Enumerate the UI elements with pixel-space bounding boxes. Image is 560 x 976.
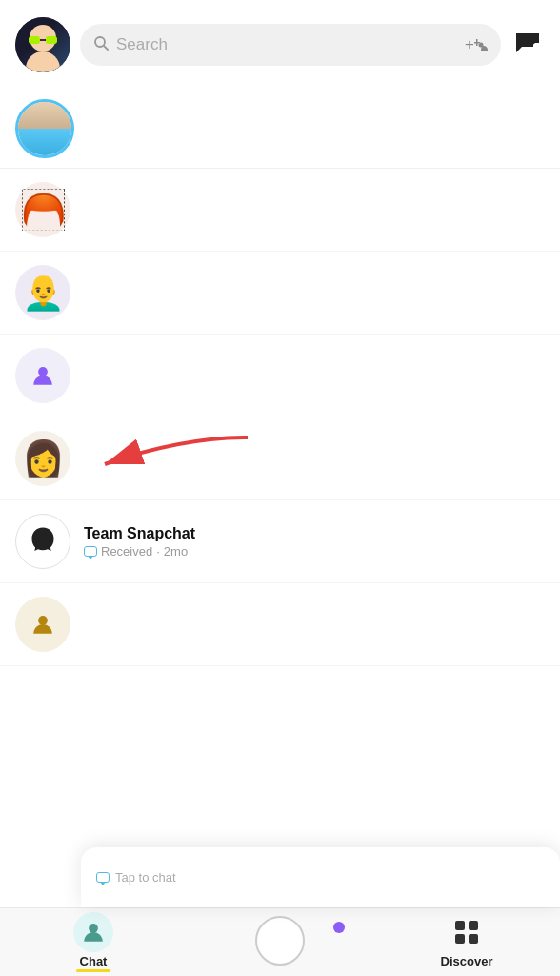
friend-list: 🦰 👨‍🦲 👩: [0, 169, 560, 666]
add-friend-icon[interactable]: +: [465, 35, 488, 54]
camera-button[interactable]: [255, 916, 305, 966]
red-arrow: [86, 428, 257, 489]
popup-card: Tap to chat: [81, 847, 560, 907]
friend-avatar-2: 👨‍🦲: [15, 265, 70, 320]
nav-camera[interactable]: [187, 916, 373, 969]
search-placeholder: Search: [116, 35, 457, 54]
svg-rect-8: [455, 934, 465, 944]
notification-dot: [333, 922, 345, 933]
user-avatar[interactable]: [15, 17, 70, 72]
tap-to-chat-label: Tap to chat: [115, 870, 176, 884]
svg-rect-6: [455, 921, 465, 930]
bottom-nav: Chat Discover: [0, 907, 560, 976]
snap-chat-icon[interactable]: [510, 28, 545, 62]
friend-item-5[interactable]: [0, 583, 560, 666]
tap-to-chat-row[interactable]: Tap to chat: [96, 863, 545, 892]
svg-line-1: [104, 46, 108, 50]
nav-chat[interactable]: Chat: [0, 912, 187, 972]
discover-nav-label: Discover: [441, 954, 493, 968]
stories-row: [0, 90, 560, 169]
friend-item-2[interactable]: 👨‍🦲: [0, 252, 560, 335]
story-avatar-1[interactable]: [15, 99, 74, 158]
header: Search +: [0, 0, 560, 90]
friend-avatar-1: 🦰: [15, 182, 70, 237]
friend-avatar-3: [15, 348, 70, 403]
team-snapchat-status: Received · 2mo: [84, 544, 545, 559]
tap-chat-icon: [96, 872, 110, 883]
svg-rect-9: [469, 934, 478, 944]
svg-point-5: [89, 924, 98, 933]
search-bar[interactable]: Search +: [80, 24, 501, 66]
chat-active-indicator: [76, 969, 110, 972]
team-snapchat-avatar: [15, 514, 70, 569]
search-icon: [93, 35, 109, 54]
friend-item-3[interactable]: [0, 335, 560, 417]
svg-point-2: [38, 367, 48, 376]
svg-rect-7: [469, 921, 478, 930]
friend-item-4[interactable]: 👩: [0, 417, 560, 500]
team-snapchat-name: Team Snapchat: [84, 525, 545, 542]
chat-user-avatar: [73, 912, 113, 952]
discover-icon: [447, 912, 487, 952]
friend-avatar-4: 👩: [15, 431, 70, 486]
received-chat-icon: [84, 546, 97, 557]
svg-point-4: [38, 616, 48, 625]
team-snapchat-info: Team Snapchat Received · 2mo: [84, 525, 545, 559]
friend-item-1[interactable]: 🦰: [0, 169, 560, 252]
nav-discover[interactable]: Discover: [373, 912, 560, 972]
friend-item-team-snapchat[interactable]: Team Snapchat Received · 2mo: [0, 500, 560, 583]
chat-nav-label: Chat: [80, 954, 108, 968]
friend-avatar-5: [15, 597, 70, 652]
